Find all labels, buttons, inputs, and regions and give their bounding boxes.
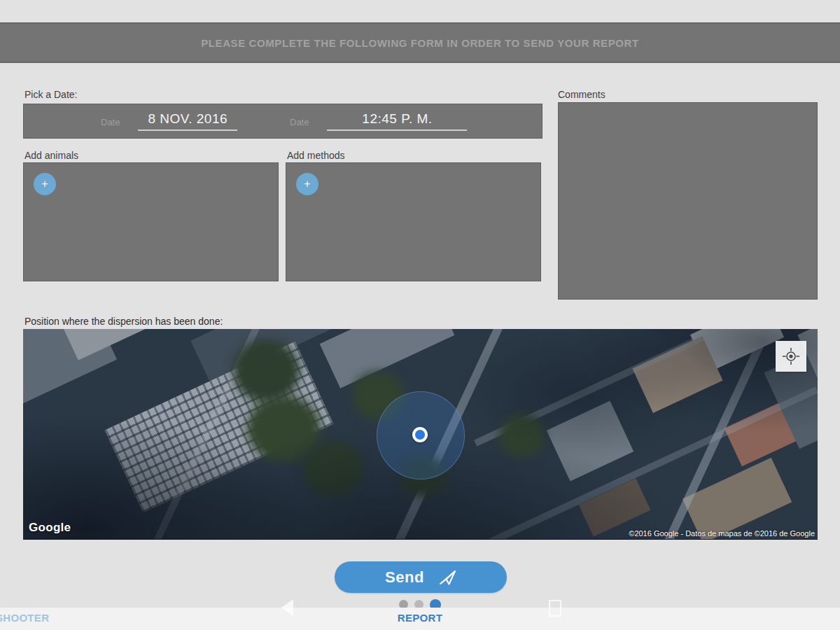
add-animals-panel: + (23, 162, 279, 281)
location-dot (415, 430, 425, 440)
map-attribution: ©2016 Google - Datos de mapas de ©2016 d… (629, 529, 815, 538)
date-field-label: Date (101, 117, 120, 127)
google-logo: Google (29, 521, 71, 535)
add-methods-label: Add methods (287, 150, 345, 161)
paper-plane-icon (438, 569, 456, 586)
plus-icon: + (304, 178, 310, 190)
report-form-screen: PLEASE COMPLETE THE FOLLOWING FORM IN OR… (0, 0, 840, 630)
plus-icon: + (41, 178, 48, 190)
send-button[interactable]: Send (335, 561, 507, 593)
time-field-label: Date (290, 117, 309, 127)
send-button-label: Send (385, 568, 424, 587)
add-animals-label: Add animals (24, 150, 78, 161)
my-location-button[interactable] (776, 341, 806, 372)
comments-input[interactable] (558, 102, 818, 300)
location-marker (412, 427, 428, 442)
date-underline (138, 130, 237, 131)
add-animal-button[interactable]: + (34, 173, 56, 195)
date-picker-field[interactable]: Date 8 NOV. 2016 (101, 104, 237, 139)
date-value-wrap[interactable]: 8 NOV. 2016 (138, 111, 237, 132)
pick-a-date-label: Pick a Date: (24, 89, 77, 100)
time-picker-field[interactable]: Date 12:45 P. M. (290, 104, 467, 139)
comments-label: Comments (558, 89, 606, 100)
time-value-wrap[interactable]: 12:45 P. M. (327, 111, 467, 132)
tab-report[interactable]: REPORT (0, 612, 840, 624)
map[interactable]: Google ©2016 Google - Datos de mapas de … (23, 329, 818, 540)
add-methods-panel: + (286, 162, 541, 281)
form-header-title: PLEASE COMPLETE THE FOLLOWING FORM IN OR… (201, 37, 639, 49)
form-header-bar: PLEASE COMPLETE THE FOLLOWING FORM IN OR… (0, 22, 840, 63)
map-position-label: Position where the dispersion has been d… (24, 316, 223, 327)
date-time-bar: Date 8 NOV. 2016 Date 12:45 P. M. (23, 104, 542, 139)
add-method-button[interactable]: + (296, 173, 318, 195)
time-underline (327, 130, 467, 131)
crosshair-icon (782, 347, 800, 365)
